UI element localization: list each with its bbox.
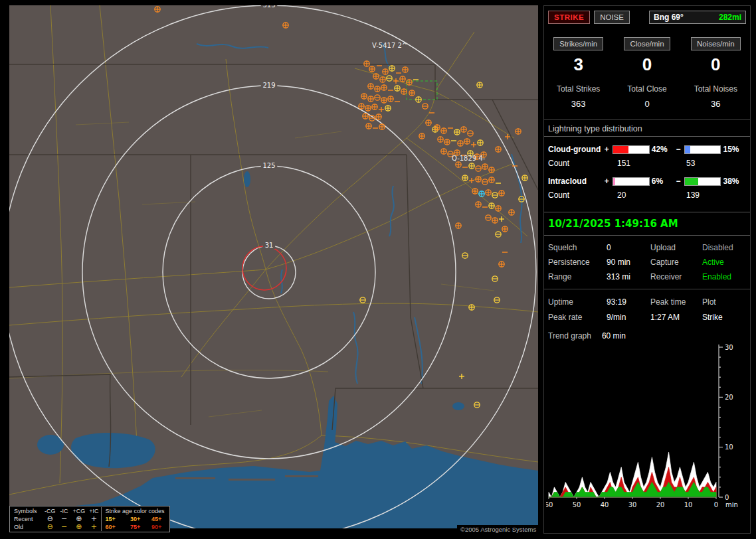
peak-rate-label: Peak rate bbox=[548, 313, 607, 322]
svg-text:30: 30 bbox=[725, 344, 733, 351]
persistence-value: 90 min bbox=[607, 258, 650, 267]
status-panel: Uptime 93:19 Peak time Plot Peak rate 9/… bbox=[544, 289, 750, 325]
legend-recent-label: Recent bbox=[12, 515, 43, 523]
cg-minus-percent: 15% bbox=[723, 145, 746, 154]
age-60: 60+ bbox=[101, 523, 125, 531]
svg-text:50: 50 bbox=[573, 501, 581, 508]
ic-plus-bar bbox=[613, 177, 650, 186]
distribution-header: Lightning type distribution bbox=[544, 120, 750, 137]
strikes-layer bbox=[155, 7, 527, 408]
svg-text:40: 40 bbox=[601, 501, 609, 508]
squelch-value: 0 bbox=[607, 243, 650, 252]
ic-minus-count: 139 bbox=[686, 191, 746, 200]
cloud-ground-label: Cloud-ground bbox=[548, 145, 603, 154]
svg-text:20: 20 bbox=[656, 501, 665, 508]
total-close-value: 0 bbox=[613, 99, 681, 109]
legend-age-header: Strike age color codes bbox=[101, 507, 167, 515]
total-noises-label: Total Noises bbox=[682, 84, 750, 94]
svg-text:0: 0 bbox=[714, 501, 718, 508]
old-ic-pos-icon: + bbox=[87, 523, 101, 531]
water-bodies bbox=[9, 42, 538, 528]
intracloud-counts: Count 20 139 bbox=[544, 188, 750, 206]
cg-plus-count: 151 bbox=[617, 159, 686, 168]
age-90: 90+ bbox=[146, 523, 167, 531]
total-strikes-value: 363 bbox=[544, 99, 613, 109]
noise-button[interactable]: NOISE bbox=[594, 11, 630, 24]
cg-count-label: Count bbox=[548, 159, 617, 168]
ic-plus-percent: 6% bbox=[652, 177, 675, 186]
ic-minus-bar bbox=[684, 177, 721, 186]
intracloud-label: Intracloud bbox=[548, 177, 603, 186]
peak-time-value: 1:27 AM bbox=[650, 313, 702, 322]
uptime-label: Uptime bbox=[548, 297, 607, 307]
ic-plus-count: 20 bbox=[617, 191, 686, 200]
svg-text:V-5417 2^: V-5417 2^ bbox=[372, 42, 407, 49]
total-close-label: Total Close bbox=[613, 84, 681, 94]
total-noises-value: 36 bbox=[682, 99, 750, 109]
rate-counters: Strikes/min Close/min Noises/min 3 0 0 T… bbox=[544, 37, 750, 109]
noises-per-min-button[interactable]: Noises/min bbox=[691, 37, 741, 50]
upload-label: Upload bbox=[650, 243, 702, 252]
receiver-label: Receiver bbox=[650, 272, 702, 281]
svg-text:31: 31 bbox=[265, 242, 274, 249]
svg-text:20: 20 bbox=[725, 394, 733, 401]
lightning-map[interactable]: 31125219313V-5417 2^Q-1829 4- Symbols -C… bbox=[9, 5, 538, 528]
noises-per-min-value: 0 bbox=[682, 54, 750, 75]
plus-sign: + bbox=[603, 177, 611, 186]
squelch-label: Squelch bbox=[548, 243, 607, 252]
peak-rate-value: 9/min bbox=[607, 313, 650, 322]
svg-text:60: 60 bbox=[546, 501, 553, 508]
legend-symbols-header: Symbols bbox=[12, 507, 43, 515]
bearing-display: Bng 69° 282mi bbox=[649, 11, 746, 24]
range-label: Range bbox=[548, 272, 607, 281]
cg-plus-bar bbox=[613, 145, 650, 154]
legend-old-label: Old bbox=[12, 523, 43, 531]
trend-graph-header: Trend graph 60 min bbox=[544, 325, 750, 342]
lightning-type-distribution: Lightning type distribution Cloud-ground… bbox=[544, 119, 750, 206]
mode-toolbar: STRIKE NOISE Bng 69° 282mi bbox=[544, 6, 750, 24]
svg-text:313: 313 bbox=[262, 5, 275, 9]
svg-text:125: 125 bbox=[262, 162, 275, 169]
settings-panel: Squelch 0 Upload Disabled Persistence 90… bbox=[544, 236, 750, 289]
cloud-ground-row: Cloud-ground + 42% − 15% bbox=[544, 143, 750, 156]
ic-minus-percent: 38% bbox=[723, 177, 746, 186]
minus-sign: − bbox=[674, 145, 682, 154]
capture-status: Active bbox=[702, 258, 746, 267]
plus-sign: + bbox=[603, 145, 611, 154]
bearing-range-value: 282mi bbox=[719, 13, 741, 22]
storm-markers-layer bbox=[242, 81, 437, 290]
old-cg-neg-icon: ⊖ bbox=[43, 523, 58, 531]
age-15: 15+ bbox=[101, 515, 125, 523]
datetime-panel: 10/21/2025 1:49:16 AM bbox=[544, 212, 750, 236]
total-strikes-label: Total Strikes bbox=[544, 84, 613, 94]
capture-label: Capture bbox=[650, 258, 702, 267]
receiver-status: Enabled bbox=[702, 272, 746, 281]
map-canvas[interactable]: 31125219313V-5417 2^Q-1829 4- bbox=[9, 5, 538, 528]
trend-graph-window: 60 min bbox=[602, 331, 626, 341]
age-75: 75+ bbox=[125, 523, 146, 531]
strikes-per-min-value: 3 bbox=[544, 54, 613, 75]
svg-text:Q-1829 4-: Q-1829 4- bbox=[452, 155, 486, 162]
uptime-value: 93:19 bbox=[607, 297, 650, 307]
cg-plus-percent: 42% bbox=[652, 145, 675, 154]
svg-text:min: min bbox=[725, 501, 738, 508]
roads-layer bbox=[9, 5, 538, 495]
plot-label: Plot bbox=[702, 297, 746, 307]
cloud-ground-counts: Count 151 53 bbox=[544, 156, 750, 175]
cg-minus-bar bbox=[684, 145, 721, 154]
trend-graph: 01020306050403020100min bbox=[544, 342, 750, 513]
map-legend: Symbols -CG -IC +CG +IC Strike age color… bbox=[9, 506, 170, 532]
old-ic-neg-icon: − bbox=[58, 523, 71, 531]
ic-count-label: Count bbox=[548, 191, 617, 200]
svg-text:10: 10 bbox=[725, 443, 733, 451]
peak-time-label: Peak time bbox=[650, 297, 702, 307]
trend-graph-canvas: 01020306050403020100min bbox=[546, 342, 749, 510]
copyright-text: ©2005 Astrogenic Systems bbox=[457, 525, 539, 534]
persistence-label: Persistence bbox=[548, 258, 607, 267]
cg-minus-count: 53 bbox=[686, 159, 746, 168]
map-labels-layer: 31125219313V-5417 2^Q-1829 4- bbox=[261, 5, 486, 249]
age-30: 30+ bbox=[125, 515, 146, 523]
strike-button[interactable]: STRIKE bbox=[548, 11, 590, 24]
close-per-min-button[interactable]: Close/min bbox=[624, 37, 670, 50]
strikes-per-min-button[interactable]: Strikes/min bbox=[553, 37, 603, 50]
